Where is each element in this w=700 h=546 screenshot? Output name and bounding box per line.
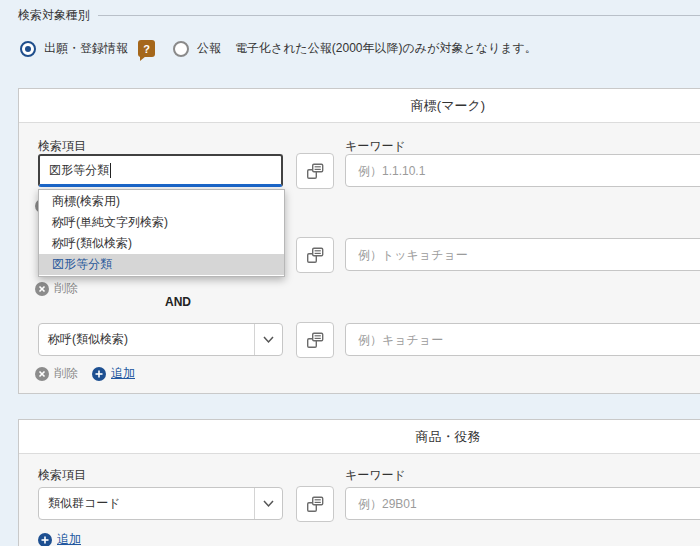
dropdown-option-trademark-search[interactable]: 商標(検索用) [39,191,284,212]
section-divider [98,15,700,16]
add-link-goods[interactable]: 追加 [38,531,81,546]
dropdown-option-figure-classification[interactable]: 図形等分類 [39,254,284,275]
add-circle-icon[interactable] [92,367,106,381]
copy-window-button-row3[interactable] [296,322,334,358]
trademark-panel-header: 商標(マーク) [19,89,700,123]
section-title-search-target: 検索対象種別 [18,7,90,24]
search-target-page: 検索対象種別 出願・登録情報 ? 公報 電子化された公報(2000年以降)のみが… [0,0,700,546]
dropdown-option-simple-string[interactable]: 称呼(単純文字列検索) [39,212,284,233]
add-link-goods-label: 追加 [57,531,81,546]
search-item-dropdown-list: 商標(検索用) 称呼(単純文字列検索) 称呼(類似検索) 図形等分類 [38,189,285,277]
add-link-trademark-label[interactable]: 追加 [111,365,135,382]
add-circle-icon [38,533,52,546]
copy-window-button-row2[interactable] [296,237,334,273]
target-type-radio-row: 出願・登録情報 ? 公報 電子化された公報(2000年以降)のみが対象となります… [20,40,537,57]
dropdown-option-similar-call[interactable]: 称呼(類似検索) [39,233,284,254]
search-item-combobox-row3-value: 称呼(類似検索) [39,331,128,348]
keyword-input-row1[interactable] [345,154,700,187]
chevron-down-icon [263,336,274,344]
combobox-separator [254,324,255,355]
gazette-note: 電子化された公報(2000年以降)のみが対象となります。 [235,40,537,57]
radio-gazette-label: 公報 [197,40,221,57]
help-icon[interactable]: ? [138,40,155,57]
and-operator-label: AND [38,295,318,309]
delete-circle-icon[interactable] [35,367,49,381]
search-item-combobox-row3[interactable]: 称呼(類似検索) [38,323,283,356]
search-item-label-goods: 検索項目 [38,467,86,484]
search-item-combobox-goods-value: 類似群コード [39,495,121,512]
radio-application-registration-label: 出願・登録情報 [44,40,128,57]
keyword-input-row2[interactable] [345,238,700,271]
row3-link-row: 削除 追加 [35,365,135,382]
search-item-combobox-goods[interactable]: 類似群コード [38,487,283,520]
combobox-separator [254,488,255,519]
text-caret [110,163,111,178]
keyword-input-row3[interactable] [345,323,700,356]
search-item-combobox-row1[interactable]: 図形等分類 [38,154,283,187]
keyword-input-goods[interactable] [345,487,700,520]
goods-panel-header: 商品・役務 [19,420,700,454]
delete-circle-icon [35,282,49,296]
chevron-down-icon [263,500,274,508]
copy-window-icon [305,245,325,265]
delete-link-row3-label[interactable]: 削除 [54,365,78,382]
radio-gazette[interactable] [173,41,189,57]
copy-window-button-row1[interactable] [296,153,334,189]
keyword-label-goods: キーワード [345,467,406,484]
copy-window-icon [305,494,325,514]
radio-application-registration[interactable] [20,41,36,57]
copy-window-button-goods[interactable] [296,486,334,522]
keyword-label-1: キーワード [345,138,406,155]
search-item-label-1: 検索項目 [38,138,86,155]
goods-panel-title: 商品・役務 [416,428,481,446]
trademark-panel-title: 商標(マーク) [411,97,485,115]
copy-window-icon [305,330,325,350]
search-item-combobox-row1-value: 図形等分類 [40,162,109,179]
copy-window-icon [305,161,325,181]
